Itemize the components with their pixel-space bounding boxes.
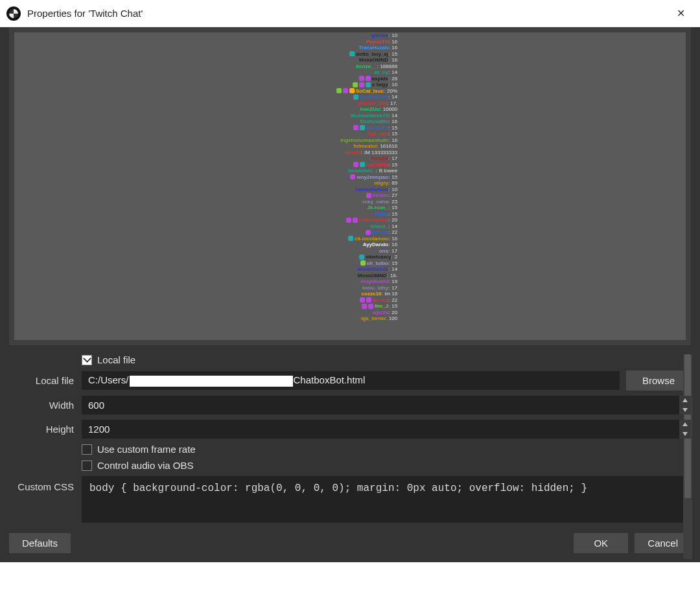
chat-line: AyyDando: 16 bbox=[287, 242, 397, 248]
chat-message: 16 bbox=[391, 39, 397, 45]
width-step-up[interactable] bbox=[679, 396, 691, 405]
chat-message: 10 bbox=[391, 82, 397, 88]
chat-message: 19 bbox=[391, 279, 397, 285]
chat-line: MossOMND: 16. bbox=[287, 273, 397, 279]
chat-username: aspids bbox=[372, 76, 388, 82]
dialog-footer: Defaults OK Cancel bbox=[9, 533, 691, 553]
chat-line: az_cy: 14 bbox=[287, 69, 397, 76]
chat-username: hmu10 bbox=[371, 155, 388, 162]
chat-line: PeynoTV: 16 bbox=[287, 39, 397, 45]
chat-line: cli-monlamon: 16 bbox=[287, 236, 397, 242]
chat-line: ghouls: 10 bbox=[287, 32, 397, 39]
chat-badge-icon bbox=[359, 76, 364, 81]
chat-username: loolu_idhy bbox=[362, 285, 388, 291]
chat-username: homemohol bbox=[359, 217, 388, 223]
chat-message: 15 bbox=[391, 205, 397, 211]
chat-username: hon2Uu bbox=[360, 106, 380, 113]
chat-username: reky_naha bbox=[362, 199, 388, 205]
chat-username: x twgy bbox=[372, 82, 388, 88]
source-preview: ghouls: 10PeynoTV: 16TransHuzah: 16dotto… bbox=[14, 32, 686, 340]
chat-line: loolu_idhy: 17 bbox=[287, 285, 397, 291]
dialog-body: ghouls: 10PeynoTV: 16TransHuzah: 16dotto… bbox=[0, 27, 700, 562]
chat-username: iionzo__ bbox=[356, 63, 377, 70]
form-scrollbar[interactable] bbox=[683, 354, 692, 559]
window-title: Properties for 'Twitch Chat' bbox=[27, 8, 668, 19]
chat-username: ghouls bbox=[371, 32, 388, 39]
chat-line: ittuhiveblock72: 14 bbox=[287, 113, 397, 119]
chat-message: 20 bbox=[391, 217, 397, 223]
chat-username: Folllp bbox=[375, 211, 388, 218]
cancel-button[interactable]: Cancel bbox=[635, 533, 691, 553]
width-label: Width bbox=[9, 400, 82, 411]
chat-username: harinuhufowl bbox=[356, 187, 388, 193]
chat-username: ollgry bbox=[374, 180, 388, 187]
chat-line: Busd5: IM 133333333 bbox=[287, 150, 397, 156]
chat-badge-icon bbox=[366, 82, 371, 87]
chat-username: cli-monlamon bbox=[355, 236, 388, 242]
custom-css-input[interactable] bbox=[82, 476, 691, 523]
chat-message: 188888 bbox=[380, 63, 397, 70]
height-step-up[interactable] bbox=[679, 420, 691, 429]
custom-css-label: Custom CSS bbox=[9, 476, 82, 492]
chat-line: Folllp: 15 bbox=[287, 211, 397, 218]
chat-message: B lowee bbox=[379, 168, 397, 174]
chat-username: oll_tulbo bbox=[367, 260, 388, 267]
custom-frame-rate-checkbox[interactable] bbox=[82, 444, 92, 455]
chat-badge-icon bbox=[350, 174, 355, 179]
chat-line: harinuhufowl: 10 bbox=[287, 187, 397, 193]
chat-line: Itm_J: 15 bbox=[287, 303, 397, 310]
chat-message: 14 bbox=[391, 69, 397, 76]
chat-message: 16 bbox=[391, 236, 397, 242]
chat-message: 20 bbox=[391, 310, 397, 316]
chat-message: 14 bbox=[391, 266, 397, 273]
chat-message: 27 bbox=[391, 192, 397, 199]
chat-message: 23 bbox=[391, 199, 397, 205]
obs-icon bbox=[6, 6, 21, 21]
height-step-down[interactable] bbox=[679, 429, 691, 439]
height-input[interactable] bbox=[82, 420, 691, 438]
browse-button[interactable]: Browse bbox=[626, 370, 691, 391]
chat-badge-icon bbox=[353, 162, 358, 167]
chat-message: 14 bbox=[391, 223, 397, 230]
custom-frame-rate-label: Use custom frame rate bbox=[97, 444, 196, 455]
chat-line: reky_naha: 23 bbox=[287, 199, 397, 205]
chat-line: inrible: 27 bbox=[287, 192, 397, 199]
chat-username: woy2mmpao bbox=[356, 174, 388, 181]
chat-line: ollgry: 89 bbox=[287, 180, 397, 187]
width-step-down[interactable] bbox=[679, 405, 691, 415]
width-input[interactable] bbox=[82, 396, 691, 415]
path-redaction bbox=[130, 376, 293, 387]
chat-line: cozzc10: im 18 bbox=[287, 291, 397, 297]
chat-badge-icon bbox=[360, 260, 366, 266]
ok-button[interactable]: OK bbox=[574, 533, 628, 553]
chat-username: MossOMND bbox=[358, 273, 387, 279]
local-file-input[interactable]: C:/Users/ChatboxBot.html bbox=[82, 371, 620, 390]
chat-username: AyyDando bbox=[363, 242, 388, 248]
chat-badge-icon bbox=[366, 193, 371, 198]
chat-badge-icon bbox=[353, 95, 358, 100]
chat-username: PeynoTV bbox=[366, 39, 388, 45]
chat-message: 15 bbox=[391, 211, 397, 218]
chat-message: 28 bbox=[391, 76, 397, 82]
chat-badge-icon bbox=[366, 297, 371, 302]
local-file-checkbox[interactable] bbox=[82, 355, 92, 365]
chat-line: MossOMND: 16 bbox=[287, 57, 397, 63]
chat-message: 17 bbox=[391, 155, 397, 162]
control-audio-checkbox[interactable] bbox=[82, 461, 92, 471]
chat-badge-icon bbox=[362, 304, 367, 309]
chat-username: cozzc10 bbox=[362, 291, 382, 297]
chat-message: 17 bbox=[391, 248, 397, 255]
chat-badge-icon bbox=[366, 230, 371, 235]
chat-message: 14 bbox=[391, 113, 397, 119]
chat-line: bhodohelol0: 14 bbox=[287, 266, 397, 273]
chat-badge-icon bbox=[359, 255, 364, 260]
chat-username: wpc2s bbox=[372, 310, 388, 316]
preview-frame: ghouls: 10PeynoTV: 16TransHuzah: 16dotto… bbox=[9, 27, 691, 345]
chat-username: bhodohelol0 bbox=[357, 266, 388, 273]
chat-message: 15 bbox=[391, 260, 397, 267]
chat-badge-icon bbox=[353, 125, 358, 130]
chat-line: Ghard_: 14 bbox=[287, 223, 397, 230]
close-icon[interactable]: ✕ bbox=[668, 7, 694, 19]
defaults-button[interactable]: Defaults bbox=[9, 533, 71, 553]
chat-badge-icon bbox=[349, 88, 355, 93]
